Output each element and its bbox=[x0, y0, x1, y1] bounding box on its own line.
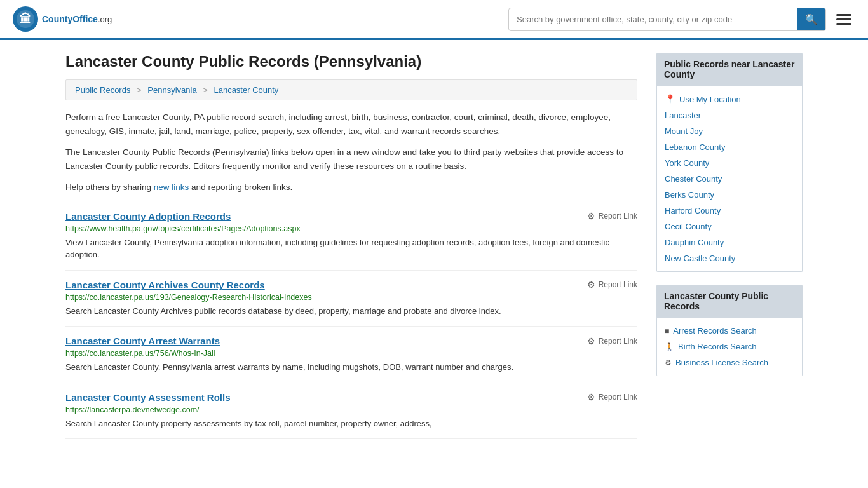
record-title-3[interactable]: Lancaster County Assessment Rolls bbox=[65, 392, 231, 403]
record-desc-2: Search Lancaster County, Pennsylvania ar… bbox=[65, 361, 637, 374]
logo-area: 🏛 CountyOffice.org bbox=[13, 6, 112, 32]
sidebar-item-mount-joy[interactable]: Mount Joy bbox=[657, 123, 802, 139]
record-item-0: Lancaster County Adoption Records ⚙ Repo… bbox=[65, 202, 637, 271]
record-header-2: Lancaster County Arrest Warrants ⚙ Repor… bbox=[65, 336, 637, 346]
sidebar-item-berks-county[interactable]: Berks County bbox=[657, 187, 802, 203]
search-input[interactable] bbox=[509, 10, 797, 29]
sidebar-nearby-section: Public Records near Lancaster County 📍 U… bbox=[656, 53, 803, 272]
berks-county-link[interactable]: Berks County bbox=[665, 190, 714, 200]
sidebar-item-chester-county[interactable]: Chester County bbox=[657, 171, 802, 187]
sidebar-item-new-castle-county[interactable]: New Castle County bbox=[657, 250, 802, 266]
sidebar-records-section: Lancaster County Public Records ■ Arrest… bbox=[656, 285, 803, 376]
report-link-label-2: Report Link bbox=[599, 337, 637, 346]
harford-county-link[interactable]: Harford County bbox=[665, 206, 721, 215]
breadcrumb: Public Records > Pennsylvania > Lancaste… bbox=[65, 79, 637, 100]
report-link-1[interactable]: ⚙ Report Link bbox=[587, 280, 637, 290]
sidebar-nearby-list: 📍 Use My Location Lancaster Mount Joy Le… bbox=[656, 86, 803, 272]
intro3-prefix: Help others by sharing bbox=[65, 182, 154, 192]
sidebar-records-list: ■ Arrest Records Search 🚶 Birth Records … bbox=[656, 318, 803, 376]
record-title-2[interactable]: Lancaster County Arrest Warrants bbox=[65, 336, 220, 346]
sidebar-item-lancaster[interactable]: Lancaster bbox=[657, 107, 802, 123]
report-link-label-1: Report Link bbox=[599, 280, 637, 289]
intro-paragraph-1: Perform a free Lancaster County, PA publ… bbox=[65, 111, 637, 138]
svg-text:🏛: 🏛 bbox=[20, 12, 31, 25]
record-item-3: Lancaster County Assessment Rolls ⚙ Repo… bbox=[65, 383, 637, 440]
page-title: Lancaster County Public Records (Pennsyl… bbox=[65, 53, 637, 71]
location-icon: 📍 bbox=[665, 94, 675, 104]
menu-line-3 bbox=[836, 23, 851, 25]
report-link-3[interactable]: ⚙ Report Link bbox=[587, 392, 637, 402]
intro-paragraph-2: The Lancaster County Public Records (Pen… bbox=[65, 146, 637, 173]
lebanon-county-link[interactable]: Lebanon County bbox=[665, 142, 725, 152]
record-title-0[interactable]: Lancaster County Adoption Records bbox=[65, 211, 231, 222]
sidebar-item-lebanon-county[interactable]: Lebanon County bbox=[657, 139, 802, 155]
sidebar-records-heading: Lancaster County Public Records bbox=[656, 285, 803, 318]
intro-paragraph-3: Help others by sharing new links and rep… bbox=[65, 180, 637, 194]
sidebar: Public Records near Lancaster County 📍 U… bbox=[656, 53, 803, 439]
breadcrumb-pennsylvania[interactable]: Pennsylvania bbox=[147, 85, 196, 95]
cecil-county-link[interactable]: Cecil County bbox=[665, 222, 712, 231]
dauphin-county-link[interactable]: Dauphin County bbox=[665, 238, 724, 247]
record-desc-3: Search Lancaster County property assessm… bbox=[65, 417, 637, 430]
lancaster-link[interactable]: Lancaster bbox=[665, 111, 701, 120]
birth-records-link[interactable]: Birth Records Search bbox=[678, 342, 757, 351]
report-link-icon-2: ⚙ bbox=[587, 336, 595, 346]
record-header-3: Lancaster County Assessment Rolls ⚙ Repo… bbox=[65, 392, 637, 403]
sidebar-item-use-my-location[interactable]: 📍 Use My Location bbox=[657, 91, 802, 107]
sidebar-record-birth[interactable]: 🚶 Birth Records Search bbox=[657, 339, 802, 355]
record-desc-1: Search Lancaster County Archives public … bbox=[65, 305, 637, 318]
search-button[interactable]: 🔍 bbox=[797, 8, 825, 30]
breadcrumb-sep-1: > bbox=[137, 85, 142, 95]
sidebar-item-dauphin-county[interactable]: Dauphin County bbox=[657, 234, 802, 250]
report-link-label-0: Report Link bbox=[599, 212, 637, 220]
report-link-2[interactable]: ⚙ Report Link bbox=[587, 336, 637, 346]
logo-icon: 🏛 bbox=[13, 6, 38, 32]
record-url-0[interactable]: https://www.health.pa.gov/topics/certifi… bbox=[65, 224, 637, 233]
breadcrumb-lancaster[interactable]: Lancaster County bbox=[214, 85, 278, 95]
record-header-0: Lancaster County Adoption Records ⚙ Repo… bbox=[65, 211, 637, 222]
mount-joy-link[interactable]: Mount Joy bbox=[665, 126, 703, 136]
chester-county-link[interactable]: Chester County bbox=[665, 174, 722, 184]
sidebar-record-business[interactable]: ⚙ Business License Search bbox=[657, 355, 802, 370]
header: 🏛 CountyOffice.org 🔍 bbox=[0, 0, 868, 40]
new-links-link[interactable]: new links bbox=[154, 182, 189, 192]
menu-line-2 bbox=[836, 18, 851, 20]
record-url-2[interactable]: https://co.lancaster.pa.us/756/Whos-In-J… bbox=[65, 349, 637, 358]
new-castle-county-link[interactable]: New Castle County bbox=[665, 254, 735, 263]
report-link-0[interactable]: ⚙ Report Link bbox=[587, 211, 637, 221]
breadcrumb-sep-2: > bbox=[203, 85, 208, 95]
record-url-1[interactable]: https://co.lancaster.pa.us/193/Genealogy… bbox=[65, 293, 637, 302]
records-list: Lancaster County Adoption Records ⚙ Repo… bbox=[65, 202, 637, 440]
sidebar-item-york-county[interactable]: York County bbox=[657, 155, 802, 171]
sidebar-record-arrest[interactable]: ■ Arrest Records Search bbox=[657, 323, 802, 339]
main-content: Lancaster County Public Records (Pennsyl… bbox=[65, 53, 637, 439]
record-item-2: Lancaster County Arrest Warrants ⚙ Repor… bbox=[65, 327, 637, 383]
arrest-records-icon: ■ bbox=[665, 327, 669, 336]
report-link-label-3: Report Link bbox=[599, 393, 637, 402]
record-url-3[interactable]: https://lancasterpa.devnetwedge.com/ bbox=[65, 405, 637, 414]
breadcrumb-public-records[interactable]: Public Records bbox=[75, 85, 130, 95]
search-bar: 🔍 bbox=[508, 8, 826, 31]
report-link-icon-0: ⚙ bbox=[587, 211, 595, 221]
birth-records-icon: 🚶 bbox=[665, 342, 674, 351]
arrest-records-link[interactable]: Arrest Records Search bbox=[673, 326, 757, 336]
record-desc-0: View Lancaster County, Pennsylvania adop… bbox=[65, 236, 637, 261]
report-link-icon-3: ⚙ bbox=[587, 392, 595, 402]
use-my-location-link[interactable]: Use My Location bbox=[679, 95, 741, 104]
search-icon: 🔍 bbox=[805, 13, 818, 25]
record-header-1: Lancaster County Archives County Records… bbox=[65, 280, 637, 290]
main-wrapper: Lancaster County Public Records (Pennsyl… bbox=[53, 40, 815, 452]
sidebar-item-cecil-county[interactable]: Cecil County bbox=[657, 219, 802, 234]
sidebar-item-harford-county[interactable]: Harford County bbox=[657, 203, 802, 219]
header-right: 🔍 bbox=[508, 8, 855, 31]
business-license-icon: ⚙ bbox=[665, 358, 672, 367]
record-item-1: Lancaster County Archives County Records… bbox=[65, 271, 637, 327]
record-title-1[interactable]: Lancaster County Archives County Records bbox=[65, 280, 265, 290]
business-license-link[interactable]: Business License Search bbox=[675, 358, 768, 367]
report-link-icon-1: ⚙ bbox=[587, 280, 595, 290]
sidebar-nearby-heading: Public Records near Lancaster County bbox=[656, 53, 803, 86]
logo-text: CountyOffice.org bbox=[42, 14, 112, 24]
menu-button[interactable] bbox=[832, 10, 855, 29]
menu-line-1 bbox=[836, 14, 851, 16]
york-county-link[interactable]: York County bbox=[665, 158, 709, 168]
